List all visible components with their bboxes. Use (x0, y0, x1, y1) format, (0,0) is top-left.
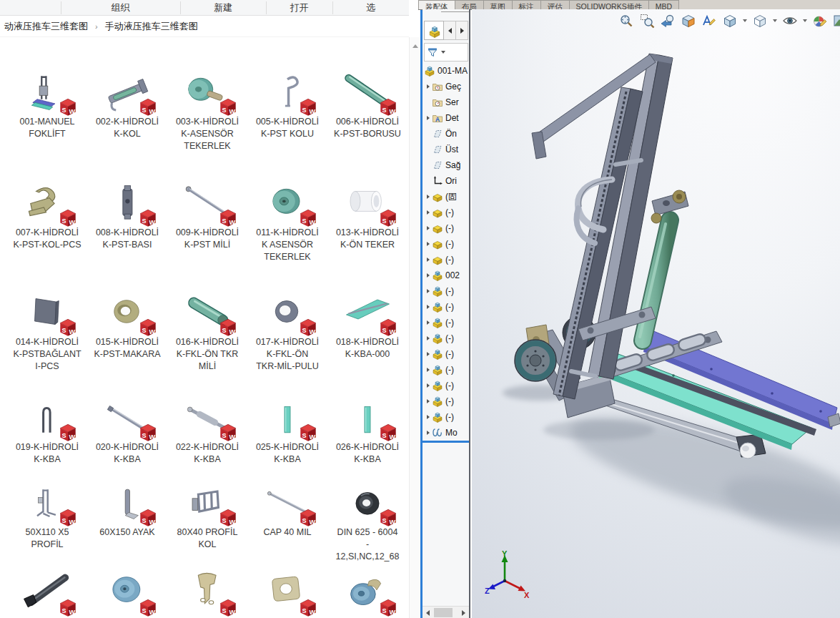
file-item[interactable]: SW (327, 564, 407, 617)
scroll-up-icon[interactable] (412, 44, 418, 48)
file-item[interactable]: SW009-K-HİDROLİK-PST MİLİ (167, 175, 247, 263)
scrollbar-thumb[interactable] (434, 608, 453, 617)
file-item[interactable]: SW016-K-HİDROLİK-FKL-ÖN TKRMİLİ (167, 286, 247, 373)
tree-node[interactable]: Geç (423, 79, 470, 94)
tree-node[interactable]: Üst (423, 142, 470, 157)
expand-arrow-icon[interactable] (425, 195, 432, 199)
tree-node[interactable]: Sağ (423, 157, 470, 173)
expand-arrow-icon[interactable] (425, 210, 432, 215)
tree-node[interactable]: Mo (423, 425, 470, 441)
tree-node[interactable]: Ori (423, 173, 470, 189)
ribbon-tab[interactable]: 草图 (483, 0, 513, 9)
tree-node[interactable]: (-) (423, 346, 470, 362)
expand-arrow-icon[interactable] (425, 116, 432, 120)
tree-node[interactable]: (-) (423, 378, 470, 393)
tree-node[interactable]: (-) (423, 220, 470, 236)
file-item[interactable]: SW013-K-HİDROLİK-ÖN TEKER (327, 175, 407, 263)
tree-node[interactable]: ADet (423, 110, 470, 126)
expand-arrow-icon[interactable] (425, 383, 432, 388)
tree-tab-scroll-left-button[interactable] (444, 21, 456, 40)
model-3d-stacker[interactable] (472, 9, 840, 618)
file-item[interactable]: SW006-K-HİDROLİK-PST-BORUSU (327, 64, 407, 152)
file-item[interactable]: SW50X110 X5PROFİL (7, 479, 87, 563)
graphics-area[interactable]: Y X Z (472, 9, 840, 618)
expand-arrow-icon[interactable] (425, 258, 432, 262)
expand-arrow-icon[interactable] (425, 84, 432, 89)
file-item[interactable]: SW (87, 564, 167, 617)
expand-arrow-icon[interactable] (425, 415, 432, 419)
explorer-toolbar-button[interactable]: 选 (332, 0, 409, 16)
explorer-toolbar-button[interactable]: 打开 (266, 0, 332, 16)
breadcrumb-item[interactable]: 动液压推车三维套图 (1, 19, 91, 34)
file-item[interactable]: SW008-K-HİDROLİK-PST-BASI (87, 175, 167, 263)
file-item[interactable]: SW019-K-HİDROLİK-KBA (7, 396, 87, 466)
file-item[interactable]: SW005-K-HİDROLİK-PST KOLU (247, 64, 327, 152)
expand-arrow-icon[interactable] (425, 336, 432, 340)
tree-node[interactable]: Ön (423, 126, 470, 142)
tree-node[interactable]: (-) (423, 283, 470, 299)
tree-filter-button[interactable] (424, 43, 468, 62)
tree-node[interactable]: (-) (423, 393, 470, 409)
ribbon-tab[interactable]: 装配体 (418, 0, 455, 9)
tree-node[interactable]: (-) (423, 362, 470, 378)
triad-y-label: Y (502, 549, 508, 558)
tree-node[interactable]: (-) (423, 205, 470, 220)
file-item[interactable]: SWCAP 40 MIL (247, 479, 327, 563)
tree-tab-scroll-right-button[interactable] (456, 21, 468, 40)
tree-node[interactable]: (-) (423, 330, 470, 346)
explorer-toolbar-button[interactable]: 组织 (61, 0, 180, 16)
file-item[interactable]: SW017-K-HİDROLİK-FKL-ÖNTKR-MİL-PULU (247, 286, 327, 373)
breadcrumb-item[interactable]: 手动液压推车三维套图 (102, 19, 201, 34)
ribbon-tab[interactable]: SOLIDWORKS插件 (569, 0, 649, 9)
file-item[interactable]: SW018-K-HİDROLİK-KBA-000 (327, 286, 407, 373)
file-item[interactable]: SW020-K-HİDROLİK-KBA (87, 396, 167, 466)
file-item[interactable]: SW003-K-HİDROLİK-ASENSÖRTEKERLEK (167, 64, 247, 152)
tree-node[interactable]: (-) (423, 252, 470, 268)
expand-arrow-icon[interactable] (425, 242, 432, 246)
tree-node[interactable]: 001-MA (423, 63, 470, 79)
file-item[interactable]: SW007-K-HİDROLİK-PST-KOL-PCS (7, 175, 87, 263)
scroll-left-icon[interactable] (426, 610, 430, 616)
file-item[interactable]: SW026-K-HİDROLİK-KBA (327, 396, 407, 466)
rollback-bar[interactable] (423, 441, 470, 443)
expand-arrow-icon[interactable] (425, 431, 432, 435)
solidworks-file-badge-icon: SW (217, 207, 239, 228)
expand-arrow-icon[interactable] (425, 305, 432, 309)
tree-node[interactable]: Ser (423, 94, 470, 110)
file-item[interactable]: SW80X40 PROFİLKOL (167, 479, 247, 563)
file-item[interactable]: SW (247, 564, 327, 617)
file-item[interactable]: SW60X150 AYAK (87, 479, 167, 563)
expand-arrow-icon[interactable] (425, 273, 432, 278)
file-item[interactable]: SW (167, 564, 247, 617)
tree-node[interactable]: (-) (423, 315, 470, 330)
tree-node[interactable]: (-) (423, 299, 470, 315)
file-item[interactable]: SW014-K-HİDROLİK-PSTBAĞLANTI-PCS (7, 286, 87, 373)
tree-node[interactable]: (-) (423, 236, 470, 252)
file-item[interactable]: SWDIN 625 - 6004-12,SI,NC,12_68 (327, 479, 407, 563)
expand-arrow-icon[interactable] (425, 289, 432, 293)
ribbon-tab[interactable]: MBD (648, 0, 679, 9)
file-item[interactable]: SW (7, 564, 87, 617)
ribbon-tab[interactable]: 布局 (455, 0, 484, 9)
scroll-right-icon[interactable] (462, 610, 465, 616)
tree-hscrollbar[interactable] (423, 606, 469, 618)
tree-node[interactable]: 002 (423, 268, 470, 283)
file-item[interactable]: SW001-MANUELFOKLİFT (7, 64, 87, 152)
expand-arrow-icon[interactable] (425, 399, 432, 403)
featuremanager-tab[interactable] (424, 21, 444, 40)
expand-arrow-icon[interactable] (425, 320, 432, 325)
tree-node[interactable]: (-) (423, 409, 470, 425)
tree-node[interactable]: (固 (423, 189, 470, 205)
file-item[interactable]: SW011-K-HİDROLİK ASENSÖRTEKERLEK (247, 175, 327, 263)
expand-arrow-icon[interactable] (425, 368, 432, 372)
expand-arrow-icon[interactable] (425, 352, 432, 356)
file-item[interactable]: SW022-K-HİDROLİK-KBA (167, 396, 247, 466)
file-item[interactable]: SW025-K-HİDROLİK-KBA (247, 396, 327, 466)
explorer-scrollbar[interactable] (409, 37, 420, 618)
ribbon-tab[interactable]: 标注 (512, 0, 541, 9)
expand-arrow-icon[interactable] (425, 226, 432, 230)
explorer-toolbar-button[interactable]: 新建 (180, 0, 266, 16)
ribbon-tab[interactable]: 评估 (540, 0, 570, 9)
file-item[interactable]: SW002-K-HİDROLİK-KOL (87, 64, 167, 152)
file-item[interactable]: SW015-K-HİDROLİK-PST-MAKARA (87, 286, 167, 373)
